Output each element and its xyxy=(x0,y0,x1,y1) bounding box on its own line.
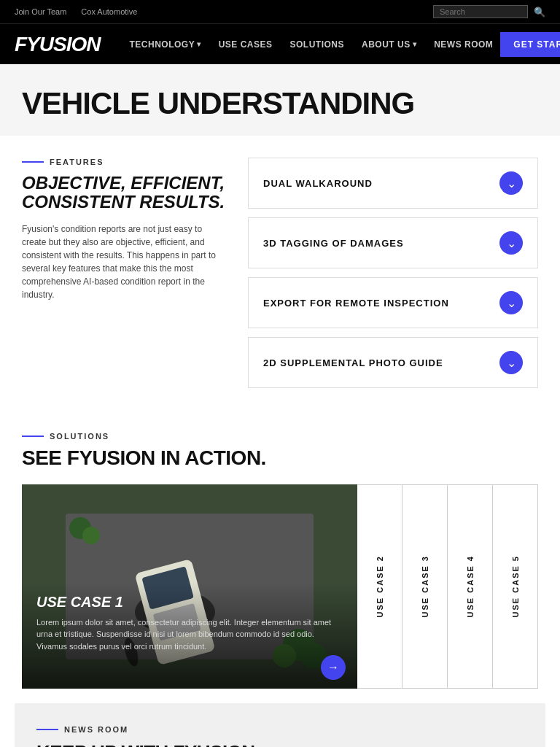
svg-point-11 xyxy=(82,527,100,544)
nav-item-newsroom[interactable]: NEWS ROOM xyxy=(427,39,500,50)
nav-technology-label: TECHNOLOGY xyxy=(129,39,195,50)
nav-about-us-label: ABOUT US xyxy=(362,39,411,50)
accordion-label-2: 3D TAGGING OF DAMAGES xyxy=(263,238,404,249)
nav-item-technology[interactable]: TECHNOLOGY ▾ xyxy=(122,39,208,50)
use-case-2-label: USE CASE 2 xyxy=(376,555,384,617)
top-bar-search: 🔍 xyxy=(433,5,545,18)
features-section: FEATURES OBJECTIVE, EFFICIENT, CONSISTEN… xyxy=(0,136,560,410)
search-icon-button[interactable]: 🔍 xyxy=(534,7,545,18)
use-case-tab-2[interactable]: USE CASE 2 xyxy=(357,484,402,689)
use-case-overlay: USE CASE 1 Lorem ipsum dolor sit amet, c… xyxy=(22,582,357,689)
features-left: FEATURES OBJECTIVE, EFFICIENT, CONSISTEN… xyxy=(22,158,226,388)
newsroom-section: NEWS ROOM KEEP UP WITH FYUSION. VIEW ALL… xyxy=(15,703,545,747)
newsroom-label-text: NEWS ROOM xyxy=(64,725,128,734)
use-case-5-label: USE CASE 5 xyxy=(511,555,520,617)
use-case-tab-3[interactable]: USE CASE 3 xyxy=(402,484,448,689)
accordion-btn-4[interactable]: ⌄ xyxy=(499,351,523,374)
nav-use-cases-label: USE CASES xyxy=(219,39,273,50)
newsroom-label-row: NEWS ROOM xyxy=(36,725,524,734)
accordion-btn-1[interactable]: ⌄ xyxy=(499,171,523,195)
newsroom-inner: KEEP UP WITH FYUSION. VIEW ALL NEWS SUBM… xyxy=(36,741,524,747)
use-case-tab-5[interactable]: USE CASE 5 xyxy=(493,484,538,689)
nav-item-about-us[interactable]: ABOUT US ▾ xyxy=(354,39,424,50)
nav-item-solutions[interactable]: SOLUTIONS xyxy=(283,39,352,50)
solutions-section: SOLUTIONS SEE FYUSION IN ACTION. xyxy=(0,410,560,703)
use-case-1-desc: Lorem ipsum dolor sit amet, consectetur … xyxy=(36,616,343,653)
main-nav: FYUSION TECHNOLOGY ▾ USE CASES SOLUTIONS… xyxy=(0,23,560,64)
accordion-item-3[interactable]: EXPORT FOR REMOTE INSPECTION ⌄ xyxy=(248,277,538,328)
use-case-arrow-button[interactable]: → xyxy=(321,655,346,680)
features-label-line xyxy=(22,161,44,163)
features-heading: OBJECTIVE, EFFICIENT, CONSISTENT RESULTS… xyxy=(22,174,226,212)
solutions-label-text: SOLUTIONS xyxy=(50,432,109,441)
features-body: Fyusion's condition reports are not just… xyxy=(22,222,226,301)
solutions-heading: SEE FYUSION IN ACTION. xyxy=(22,446,538,470)
use-case-tab-4[interactable]: USE CASE 4 xyxy=(448,484,493,689)
nav-newsroom-label: NEWS ROOM xyxy=(434,39,493,50)
solutions-section-label: SOLUTIONS xyxy=(22,432,538,441)
nav-item-use-cases[interactable]: USE CASES xyxy=(211,39,280,50)
use-case-3-label: USE CASE 3 xyxy=(421,555,429,617)
top-bar: Join Our Team Cox Automotive 🔍 xyxy=(0,0,560,23)
chevron-down-icon: ▾ xyxy=(413,40,417,48)
accordion-label-3: EXPORT FOR REMOTE INSPECTION xyxy=(263,298,449,309)
features-label-text: FEATURES xyxy=(50,158,104,166)
use-case-tabs: USE CASE 2 USE CASE 3 USE CASE 4 USE CAS… xyxy=(357,484,538,689)
partner-link[interactable]: Cox Automotive xyxy=(81,7,137,16)
get-started-button[interactable]: GET STARTED xyxy=(500,32,560,57)
accordion-item-2[interactable]: 3D TAGGING OF DAMAGES ⌄ xyxy=(248,217,538,268)
search-input[interactable] xyxy=(433,5,528,18)
join-team-link[interactable]: Join Our Team xyxy=(15,7,66,16)
newsroom-heading: KEEP UP WITH FYUSION. xyxy=(36,741,260,747)
nav-solutions-label: SOLUTIONS xyxy=(290,39,345,50)
accordion-btn-3[interactable]: ⌄ xyxy=(499,291,523,314)
features-section-label: FEATURES xyxy=(22,158,226,166)
accordion-label-4: 2D SUPPLEMENTAL PHOTO GUIDE xyxy=(263,357,443,368)
use-cases-grid: USE CASE 1 Lorem ipsum dolor sit amet, c… xyxy=(22,484,538,689)
chevron-down-icon: ▾ xyxy=(197,40,201,48)
nav-items: TECHNOLOGY ▾ USE CASES SOLUTIONS ABOUT U… xyxy=(122,39,500,50)
solutions-label-line xyxy=(22,436,44,437)
accordion-btn-2[interactable]: ⌄ xyxy=(499,231,523,255)
accordion-item-1[interactable]: DUAL WALKAROUND ⌄ xyxy=(248,158,538,209)
use-case-main[interactable]: USE CASE 1 Lorem ipsum dolor sit amet, c… xyxy=(22,484,357,689)
newsroom-left: KEEP UP WITH FYUSION. VIEW ALL NEWS xyxy=(36,741,260,747)
use-case-1-label: USE CASE 1 xyxy=(36,594,343,611)
newsroom-label-line xyxy=(36,729,58,730)
hero-section: VEHICLE UNDERSTANDING xyxy=(0,64,560,136)
logo[interactable]: FYUSION xyxy=(15,33,100,56)
top-bar-links: Join Our Team Cox Automotive xyxy=(15,7,137,16)
hero-title: VEHICLE UNDERSTANDING xyxy=(22,86,538,121)
features-accordion: DUAL WALKAROUND ⌄ 3D TAGGING OF DAMAGES … xyxy=(248,158,538,388)
use-case-4-label: USE CASE 4 xyxy=(466,555,475,617)
accordion-item-4[interactable]: 2D SUPPLEMENTAL PHOTO GUIDE ⌄ xyxy=(248,337,538,388)
accordion-label-1: DUAL WALKAROUND xyxy=(263,178,373,189)
